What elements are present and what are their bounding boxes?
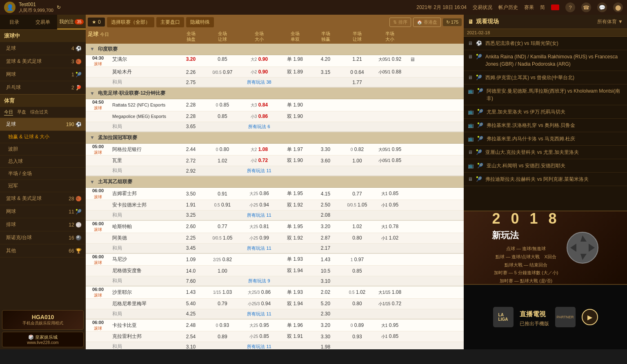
sidebar-pingpong-rolling[interactable]: 乒乓球 2 🏓	[0, 81, 86, 94]
away-handicap[interactable]: 0/0.5 0.97	[206, 69, 239, 76]
half-home-odds[interactable]: 3.30	[310, 146, 341, 153]
home-ou[interactable]: 大25 0.86	[239, 190, 280, 198]
half-away-spread[interactable]: 0 0.64	[341, 69, 374, 76]
away-handicap[interactable]: 0.5 0.91	[206, 201, 239, 209]
phone-icon[interactable]: ☎	[581, 2, 591, 12]
all-bets[interactable]: 所有玩法 38	[239, 79, 280, 85]
half-home-spread[interactable]: 1.02	[341, 223, 374, 230]
away-ou[interactable]: 小3 0.86	[239, 113, 280, 120]
away-ou[interactable]: 小25/3 0.94	[239, 300, 280, 308]
half-away-ou[interactable]: 小1 0.85	[374, 333, 406, 340]
half-home-spread[interactable]: 0.5 1.02	[341, 289, 374, 296]
home-odds[interactable]: 2.48	[176, 322, 206, 329]
china-flag[interactable]	[551, 4, 559, 10]
home-ou[interactable]	[239, 259, 280, 260]
half-home-ou[interactable]: 大1 0.78	[374, 223, 406, 231]
live-item[interactable]: 📺 🎾 弗拉基米里.沃洛格扎穿 vs 奥列格.贝鲁金	[464, 119, 627, 132]
home-odds[interactable]: 3.20	[176, 55, 206, 63]
home-odds[interactable]: 3.50	[176, 190, 206, 198]
away-odds[interactable]: 2.26	[176, 69, 206, 76]
half-away-spread[interactable]: 1.00	[341, 157, 374, 164]
half-away-odds[interactable]: 3.60	[310, 157, 341, 164]
starred-btn[interactable]: ★ 0	[88, 18, 105, 27]
draw-odds[interactable]: 2.92	[176, 167, 206, 175]
away-ou[interactable]: 小25 0.85	[239, 333, 280, 340]
away-ou[interactable]	[239, 270, 280, 272]
half-away-ou[interactable]: 小05/1 0.85	[374, 157, 406, 164]
away-odds[interactable]: 14.0	[176, 267, 206, 275]
away-ml[interactable]: 双 1.91	[280, 332, 310, 341]
home-ml[interactable]: 单 1.93	[280, 288, 310, 297]
away-ml[interactable]: 双 1.92	[280, 201, 310, 209]
away-odds[interactable]: 2.25	[176, 234, 206, 242]
home-ou[interactable]: 大25/3 0.86	[239, 289, 280, 296]
half-away-ou[interactable]	[374, 270, 406, 272]
half-away-ou[interactable]: 小1 0.95	[374, 201, 406, 209]
away-ou[interactable]: 小2 0.90	[239, 68, 280, 76]
half-home-spread[interactable]: 0 0.82	[341, 146, 374, 153]
away-handicap[interactable]: 1.02	[206, 157, 239, 164]
sidebar-correct-score[interactable]: 波胆	[0, 143, 86, 155]
india-league-header[interactable]: ▼ 印度联赛	[86, 44, 464, 55]
home-handicap[interactable]: 1/15 1.03	[206, 289, 239, 296]
bangladesh-league-header[interactable]: ▼ 孟加拉国冠军联赛	[86, 132, 464, 144]
turkey-league-header[interactable]: ▼ 土耳其乙组联赛	[86, 176, 464, 188]
half-away-spread[interactable]: 0/0.5 1.05	[341, 201, 374, 209]
away-odds[interactable]: 2.28	[176, 113, 206, 120]
sidebar-nav-trade[interactable]: 交易单	[29, 15, 57, 29]
live-item[interactable]: 🖥 🎾 亚厘山大.克拉夫登科夫 vs 尤里.加夫里洛夫	[464, 146, 627, 159]
away-ml[interactable]: 双 1.92	[280, 234, 310, 242]
home-odds[interactable]: 1.43	[176, 289, 206, 296]
away-handicap[interactable]: 0.79	[206, 300, 239, 307]
draw-half[interactable]: 2.30	[310, 310, 341, 317]
away-ou[interactable]: 小2 0.72	[239, 157, 280, 164]
league-select-btn[interactable]: 选择联赛（全部）	[107, 17, 154, 27]
home-ou[interactable]: 大2 0.90	[239, 55, 280, 63]
avatar[interactable]: 👤	[4, 2, 16, 13]
live-item[interactable]: 🖥 🎾 Ankita Raina (IND) / Kamilla Rakhimo…	[464, 50, 627, 71]
live-item[interactable]: 🖥 🎾 弗拉迪斯拉夫.拉赫科夫 vs 阿列克谢.菜菊米洛夫	[464, 173, 627, 186]
home-ml[interactable]: 单 1.90	[280, 101, 310, 109]
tv-panel[interactable]: LALIGA 直播電視 已推出手機版 PARTNER ▶	[464, 284, 627, 349]
draw-odds[interactable]: 4.25	[176, 310, 206, 317]
language[interactable]: 简	[540, 4, 545, 11]
sidebar-handicap-ou[interactable]: 独赢 & 让球 & 大小	[0, 131, 86, 143]
half-home-odds[interactable]: 4.20	[310, 55, 341, 63]
half-away-spread[interactable]: 0.85	[341, 267, 374, 275]
early-tab[interactable]: 早盘	[17, 109, 26, 115]
away-handicap[interactable]: 0.89	[206, 333, 239, 340]
hk-odds-btn[interactable]: 🏠 香港盘	[413, 18, 441, 27]
away-ou[interactable]: 小25 0.94	[239, 201, 280, 209]
away-odds[interactable]: 2.72	[176, 157, 206, 164]
half-home-odds[interactable]: 4.15	[310, 190, 341, 198]
home-handicap[interactable]: 0.85	[206, 55, 239, 63]
sidebar-tennis-rolling[interactable]: 网球 1 🎾	[0, 68, 86, 81]
home-ml[interactable]: 单 1.97	[280, 145, 310, 154]
today-tab[interactable]: 今日	[4, 109, 13, 115]
home-ou[interactable]: 大25 0.95	[239, 322, 280, 329]
live-item[interactable]: 📺 🎾 亚山大.科闻明 vs 安德烈.安德烈耶夫	[464, 159, 627, 173]
sidebar-tennis[interactable]: 网球 11 🎾	[0, 205, 86, 218]
half-away-spread[interactable]: 0.80	[341, 300, 374, 307]
parlay-tab[interactable]: 综合过关	[30, 109, 48, 115]
live-item[interactable]: 🖥 ⚽ 西悉尼流浪者(女) vs 珀斯光荣(女)	[464, 37, 627, 50]
home-ml[interactable]: 单 1.95	[280, 189, 310, 198]
tv-icon[interactable]: 🖥	[406, 56, 418, 62]
away-ou[interactable]: 小25 0.99	[239, 234, 280, 242]
sidebar-basketball-rolling[interactable]: 篮球 & 美式足球 3 🏀	[0, 55, 86, 68]
transaction-status[interactable]: 交易状况	[473, 4, 492, 11]
live-item[interactable]: 🖥 🎾 西姆.伊克雷(土耳其) vs 曾俊欣(中華台北)	[464, 71, 627, 84]
away-odds[interactable]: 1.91	[176, 201, 206, 209]
half-home-odds[interactable]: 3.20	[310, 223, 341, 230]
home-ou[interactable]: 大2 1.08	[239, 146, 280, 153]
away-ml[interactable]: 双 1.90	[280, 112, 310, 121]
draw-half-ml[interactable]: 2.17	[310, 244, 341, 252]
half-home-spread[interactable]: 0.77	[341, 190, 374, 198]
half-home-ou[interactable]: 大05/1 0.95	[374, 146, 406, 153]
away-odds[interactable]: 2.54	[176, 333, 206, 340]
away-handicap[interactable]: 0.85	[206, 113, 239, 120]
sidebar-snooker[interactable]: 斯诺克/台球 16 🎱	[0, 231, 86, 244]
away-handicap[interactable]: 0/0.5 1.05	[206, 234, 239, 242]
half-home-odds[interactable]: 1.43	[310, 256, 341, 263]
away-ml[interactable]: 双 1.90	[280, 156, 310, 165]
